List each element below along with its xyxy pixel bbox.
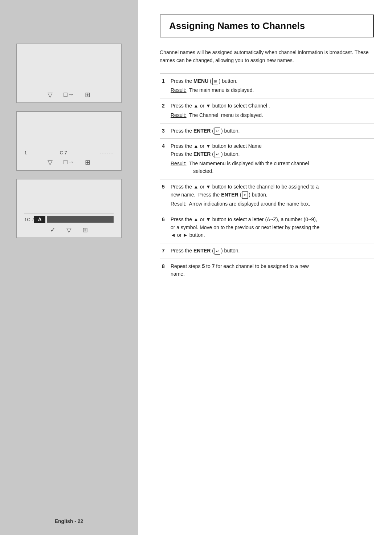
screen2-icons: ▽ □→ ⊞ bbox=[17, 158, 121, 166]
enter-icon-text-4: ↵ bbox=[215, 151, 220, 158]
step-content-1: Press the MENU (⊞) button. Result: The m… bbox=[168, 73, 374, 98]
page-footer: English - 22 bbox=[0, 518, 138, 524]
down-arrow-icon: ▽ bbox=[48, 91, 53, 99]
page-title-box: Assigning Names to Channels bbox=[160, 15, 374, 37]
result-label-5: Result: bbox=[171, 201, 187, 207]
enter-bold-7: ENTER bbox=[193, 248, 211, 254]
screen2-channel-name: C 7 bbox=[60, 150, 67, 155]
enter-icon-text-5: ↵ bbox=[242, 191, 248, 199]
check-icon: ✓ bbox=[50, 226, 56, 234]
enter-icon-text-7: ↵ bbox=[215, 248, 220, 255]
result-label-4: Result: bbox=[171, 161, 187, 166]
step1-result: Result: The main menu is displayed. bbox=[171, 86, 372, 94]
menu-icon-2: ⊞ bbox=[85, 158, 90, 166]
step-row-5: 5 Press the ▲ or ▼ button to select the … bbox=[160, 179, 374, 212]
step-content-8: Repeat steps 5 to 7 for each channel to … bbox=[168, 259, 374, 282]
screen2-channel-row: 1 C 7 ------ bbox=[24, 148, 114, 155]
down-arrow-icon-2: ▽ bbox=[48, 158, 53, 166]
screen3-selected-letter: A bbox=[34, 216, 45, 223]
left-panel: ▽ □→ ⊞ 1 C 7 ------ ▽ □→ ⊞ bbox=[0, 0, 138, 535]
menu-icon-text: ⊞ bbox=[212, 78, 218, 85]
menu-icon-3: ⊞ bbox=[82, 226, 88, 234]
screen3-channel-num: 1 bbox=[24, 217, 27, 222]
tv-screen-1: ▽ □→ ⊞ bbox=[16, 44, 122, 103]
bold-7: 7 bbox=[212, 263, 215, 269]
enter-icon-text-3: ↵ bbox=[215, 127, 220, 135]
steps-table: 1 Press the MENU (⊞) button. Result: The… bbox=[160, 73, 374, 282]
page-title: Assigning Names to Channels bbox=[169, 20, 364, 32]
intro-paragraph: Channel names will be assigned automatic… bbox=[160, 48, 374, 65]
menu-icon: ⊞ bbox=[85, 91, 90, 99]
step-num-1: 1 bbox=[160, 73, 168, 98]
step-num-8: 8 bbox=[160, 259, 168, 282]
bold-5: 5 bbox=[202, 263, 205, 269]
step-content-4: Press the ▲ or ▼ button to select Name P… bbox=[168, 139, 374, 179]
step-content-6: Press the ▲ or ▼ button to select a lett… bbox=[168, 212, 374, 243]
screen3-channel-name: C 7 bbox=[27, 217, 34, 222]
step2-result: Result: The Channel menu is displayed. bbox=[171, 112, 372, 119]
step-row-7: 7 Press the ENTER (↵) button. bbox=[160, 243, 374, 259]
result-label-2: Result: bbox=[171, 112, 187, 118]
step-row-6: 6 Press the ▲ or ▼ button to select a le… bbox=[160, 212, 374, 243]
enter-bold-5: ENTER bbox=[221, 192, 238, 198]
tv-screen-3: 1 C 7 A ✓ ▽ ⊞ bbox=[16, 179, 122, 238]
step-content-5: Press the ▲ or ▼ button to select the ch… bbox=[168, 179, 374, 212]
screen1-content: ▽ □→ ⊞ bbox=[17, 44, 121, 102]
result-label-1: Result: bbox=[171, 87, 187, 93]
step-content-7: Press the ENTER (↵) button. bbox=[168, 243, 374, 259]
step5-result: Result: Arrow indications are displayed … bbox=[171, 200, 372, 208]
step-num-6: 6 bbox=[160, 212, 168, 243]
screen2-name-dashes: ------ bbox=[100, 150, 114, 155]
step-num-5: 5 bbox=[160, 179, 168, 212]
step-num-4: 4 bbox=[160, 139, 168, 179]
enter-icon-2: □→ bbox=[64, 158, 74, 166]
footer-text: English - 22 bbox=[55, 518, 83, 524]
enter-bold-3: ENTER bbox=[193, 128, 211, 134]
step4-result: Result: The Namemenu is displayed with t… bbox=[171, 160, 372, 175]
step-row-4: 4 Press the ▲ or ▼ button to select Name… bbox=[160, 139, 374, 179]
step-num-3: 3 bbox=[160, 123, 168, 139]
step-content-2: Press the ▲ or ▼ button to select Channe… bbox=[168, 98, 374, 123]
tv-screen-2: 1 C 7 ------ ▽ □→ ⊞ bbox=[16, 111, 122, 171]
step-row-2: 2 Press the ▲ or ▼ button to select Chan… bbox=[160, 98, 374, 123]
menu-bold: MENU bbox=[193, 78, 208, 84]
screen2-channel-num: 1 bbox=[24, 150, 27, 155]
enter-icon: □→ bbox=[64, 91, 74, 99]
step-num-2: 2 bbox=[160, 98, 168, 123]
step-num-7: 7 bbox=[160, 243, 168, 259]
screen3-channel-row: 1 C 7 A bbox=[24, 214, 114, 223]
step-row-1: 1 Press the MENU (⊞) button. Result: The… bbox=[160, 73, 374, 98]
step-row-8: 8 Repeat steps 5 to 7 for each channel t… bbox=[160, 259, 374, 282]
enter-bold-4: ENTER bbox=[193, 151, 211, 157]
screen3-content: 1 C 7 A ✓ ▽ ⊞ bbox=[17, 179, 121, 238]
down-arrow-icon-3: ▽ bbox=[66, 226, 72, 234]
step-content-3: Press the ENTER (↵) button. bbox=[168, 123, 374, 139]
screen3-icons: ✓ ▽ ⊞ bbox=[17, 226, 121, 234]
screen3-display: 1 C 7 A ✓ ▽ ⊞ bbox=[17, 179, 121, 238]
step-row-3: 3 Press the ENTER (↵) button. bbox=[160, 123, 374, 139]
screen2-content: 1 C 7 ------ ▽ □→ ⊞ bbox=[17, 112, 121, 170]
screen1-display: ▽ □→ ⊞ bbox=[17, 44, 121, 102]
right-panel: Assigning Names to Channels Channel name… bbox=[138, 0, 392, 535]
screen1-icons: ▽ □→ ⊞ bbox=[17, 91, 121, 99]
screen2-display: 1 C 7 ------ ▽ □→ ⊞ bbox=[17, 112, 121, 170]
